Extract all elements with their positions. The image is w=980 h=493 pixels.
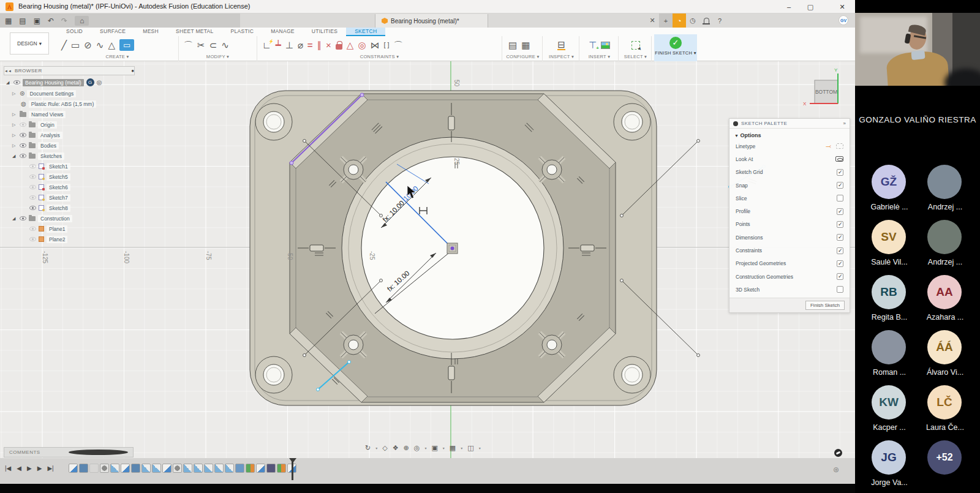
fix-lock-icon[interactable]: [336, 44, 342, 50]
circle-tool-icon[interactable]: ⊘: [84, 40, 92, 50]
browser-options-icon[interactable]: ●: [131, 68, 134, 73]
midpoint-constraint-icon[interactable]: △: [347, 40, 354, 50]
curve-tool-icon[interactable]: ∿: [221, 40, 229, 50]
job-status-icon[interactable]: ◔: [673, 13, 686, 28]
concentric-constraint-icon[interactable]: ◎: [358, 40, 366, 50]
participant-tile[interactable]: LČ Laura Če...: [927, 385, 963, 444]
browser-row-sketch8[interactable]: Sketch8: [29, 203, 70, 213]
visibility-eye-icon[interactable]: [29, 195, 36, 200]
play-button[interactable]: ▶: [27, 465, 32, 472]
configure-group-label[interactable]: CONFIGURE ▾: [503, 54, 542, 59]
3d-sketch-checkbox[interactable]: [837, 286, 843, 293]
palette-options-section[interactable]: ▼ Options: [729, 129, 850, 140]
view-cube[interactable]: BOTTOM Y X: [803, 67, 838, 107]
curvature-constraint-icon[interactable]: ⌒: [394, 40, 403, 50]
browser-row-sketch5[interactable]: Sketch5: [29, 172, 70, 181]
sketch-palette-header[interactable]: SKETCH PALETTE »: [729, 119, 850, 129]
visibility-eye-icon[interactable]: [29, 227, 36, 231]
comments-options-icon[interactable]: [69, 450, 128, 455]
projected-geometries-checkbox[interactable]: [837, 260, 843, 267]
constraints-group-label[interactable]: CONSTRAINTS ▾: [257, 54, 502, 59]
timeline-feature-icon-hole[interactable]: [100, 464, 109, 473]
target-icon[interactable]: ◎: [97, 79, 102, 86]
finish-sketch-button[interactable]: ✓ FINISH SKETCH ▾: [654, 34, 697, 61]
browser-row-sketches[interactable]: ◢Sketches: [12, 151, 64, 160]
timeline-feature-icon-sketch[interactable]: [69, 464, 78, 473]
browser-row-sketch7[interactable]: Sketch7: [29, 193, 70, 202]
tab-sketch[interactable]: SKETCH: [346, 28, 385, 36]
participant-tile[interactable]: ÁÁ Álvaro Vi...: [927, 330, 963, 389]
participant-tile[interactable]: Andrzej ...: [927, 220, 963, 279]
tangent-constraint-icon[interactable]: ⌀: [298, 40, 303, 50]
participant-tile[interactable]: GŽ Gabrielė ...: [872, 165, 907, 224]
help-icon[interactable]: ?: [713, 13, 726, 28]
browser-row-named-views[interactable]: ▷Named Views: [12, 110, 66, 119]
trim-scissors-icon[interactable]: ✂: [197, 40, 205, 50]
insert-image-icon[interactable]: [601, 42, 610, 49]
browser-root-row[interactable]: ◢ Bearing Housing (metal) G ◎: [6, 78, 102, 87]
finish-sketch-palette-button[interactable]: Finish Sketch: [805, 301, 845, 310]
comments-bar[interactable]: COMMENTS: [4, 447, 134, 457]
snap-checkbox[interactable]: [837, 182, 843, 189]
sketch-dimension-icon[interactable]: ∟: [262, 40, 271, 50]
close-tab-icon[interactable]: ✕: [646, 13, 659, 28]
go-to-end-button[interactable]: ▶|: [47, 465, 53, 472]
participant-tile-overflow[interactable]: +52: [927, 440, 963, 493]
timeline-position-marker[interactable]: [292, 459, 293, 480]
timeline-feature-icon-fillet[interactable]: [110, 464, 119, 473]
participant-tile[interactable]: AA Azahara ...: [927, 275, 963, 334]
spline-tool-icon[interactable]: ∿: [96, 40, 104, 50]
go-to-start-button[interactable]: |◀: [5, 465, 11, 472]
timeline-feature-icon-hole[interactable]: [173, 464, 182, 473]
timeline-feature-icon-fillet[interactable]: [194, 464, 203, 473]
timeline-feature-icon-fillet[interactable]: [225, 464, 234, 473]
timeline-feature-icon-fillet[interactable]: [152, 464, 161, 473]
browser-row-sketch6[interactable]: Sketch6: [29, 183, 70, 192]
timeline-feature-icon-keyhole[interactable]: [266, 464, 276, 473]
viewports-icon[interactable]: ◫: [467, 444, 473, 452]
notification-bubble-icon[interactable]: [834, 449, 842, 457]
tab-mesh[interactable]: MESH: [134, 28, 167, 36]
visibility-eye-icon[interactable]: [20, 122, 26, 127]
rectangle-tool-icon[interactable]: ▭: [71, 40, 80, 50]
timeline-feature-icon-fillet[interactable]: [183, 464, 192, 473]
dimensions-checkbox[interactable]: [837, 234, 843, 241]
participant-tile[interactable]: KW Kacper ...: [872, 385, 907, 444]
look-at-nav-icon[interactable]: ◇: [382, 444, 387, 452]
speaker-video-tile[interactable]: GONZALO VALIÑO RIESTRA: [855, 0, 980, 134]
tab-surface[interactable]: SURFACE: [91, 28, 134, 36]
document-tab[interactable]: Bearing Housing (metal)*: [375, 14, 488, 28]
timeline-feature-icon-sketch[interactable]: [162, 464, 172, 473]
visibility-eye-icon[interactable]: [29, 164, 36, 168]
save-icon[interactable]: ▣: [34, 17, 40, 24]
profile-checkbox[interactable]: [837, 208, 843, 215]
visibility-eye-icon[interactable]: [20, 216, 26, 220]
browser-row-plane2[interactable]: Plane2: [29, 235, 67, 244]
insert-fastener-icon[interactable]: ⊤: [589, 40, 597, 50]
close-button[interactable]: ✕: [833, 2, 851, 12]
redo-icon[interactable]: ↷: [61, 17, 67, 24]
new-tab-icon[interactable]: +: [659, 13, 673, 28]
visibility-eye-icon[interactable]: [29, 206, 36, 210]
inspect-group-label[interactable]: INSPECT ▾: [544, 54, 579, 59]
look-at-icon[interactable]: [835, 156, 843, 162]
timeline-feature-icon-combine[interactable]: [277, 464, 286, 473]
bearing-housing-plate[interactable]: fx: 10.00 10.00 fx: 10.00: [42, 67, 838, 405]
insert-group-label[interactable]: INSERT ▾: [581, 54, 618, 59]
construction-geometries-checkbox[interactable]: [837, 273, 843, 280]
normal-linetype-icon[interactable]: [836, 143, 843, 149]
step-back-button[interactable]: ◀: [17, 465, 21, 472]
select-group-label[interactable]: SELECT ▾: [620, 54, 651, 59]
active-rectangle-tool-icon[interactable]: ▭: [119, 39, 134, 51]
visibility-eye-icon[interactable]: [20, 143, 26, 148]
tab-sheet-metal[interactable]: SHEET METAL: [167, 28, 222, 36]
timeline-feature-icon-extrude[interactable]: [131, 464, 140, 473]
symmetry-constraint-icon[interactable]: ⋈: [371, 40, 380, 50]
timeline-feature-icon-box[interactable]: [235, 464, 244, 473]
app-grid-icon[interactable]: ▦: [5, 17, 12, 24]
collinear-constraint-icon[interactable]: [ ]: [384, 42, 390, 48]
perpendicular-constraint-icon[interactable]: ⊥: [285, 40, 293, 50]
line-tool-icon[interactable]: ╱: [61, 40, 67, 50]
visibility-eye-icon[interactable]: [20, 154, 26, 158]
undo-icon[interactable]: ↶: [48, 17, 54, 24]
